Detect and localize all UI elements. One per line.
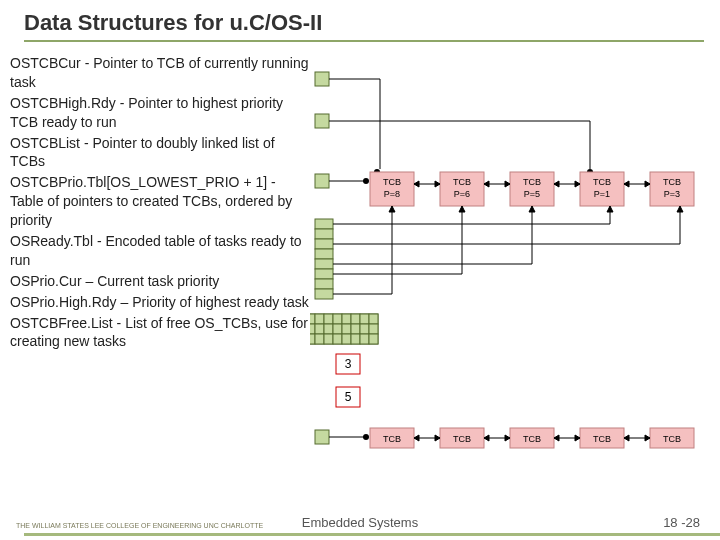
svg-rect-31 xyxy=(315,279,333,289)
tcb-label: TCB xyxy=(523,177,541,187)
svg-rect-47 xyxy=(310,324,315,334)
svg-rect-53 xyxy=(360,324,369,334)
term: OSTCBHigh.Rdy xyxy=(10,95,116,111)
svg-rect-51 xyxy=(342,324,351,334)
svg-point-7 xyxy=(363,178,369,184)
svg-rect-42 xyxy=(333,314,342,324)
svg-marker-81 xyxy=(645,435,650,441)
svg-rect-26 xyxy=(315,229,333,239)
svg-rect-32 xyxy=(315,289,333,299)
svg-rect-48 xyxy=(315,324,324,334)
svg-marker-14 xyxy=(414,181,419,187)
svg-marker-21 xyxy=(575,181,580,187)
svg-marker-18 xyxy=(505,181,510,187)
svg-rect-43 xyxy=(342,314,351,324)
svg-marker-71 xyxy=(414,435,419,441)
ptr-box-freelist xyxy=(315,430,329,444)
term: OSPrio.Cur xyxy=(10,273,82,289)
ptr-box-cur xyxy=(315,72,329,86)
svg-marker-17 xyxy=(484,181,489,187)
tcb-prio: P=5 xyxy=(524,189,540,199)
svg-marker-23 xyxy=(624,181,629,187)
svg-marker-77 xyxy=(554,435,559,441)
footer-bar xyxy=(24,533,720,536)
ptr-box-highrdy xyxy=(315,114,329,128)
svg-rect-41 xyxy=(324,314,333,324)
svg-marker-20 xyxy=(554,181,559,187)
term: OSTCBPrio.Tbl[OS_LOWEST_PRIO + 1] xyxy=(10,174,267,190)
svg-marker-37 xyxy=(389,206,395,212)
tcb-label: TCB xyxy=(383,434,401,444)
page-number: 18 -28 xyxy=(663,515,700,530)
svg-rect-62 xyxy=(369,334,378,344)
svg-rect-58 xyxy=(333,334,342,344)
svg-rect-30 xyxy=(315,269,333,279)
tcb-prio: P=8 xyxy=(384,189,400,199)
svg-marker-15 xyxy=(435,181,440,187)
svg-rect-45 xyxy=(360,314,369,324)
svg-marker-74 xyxy=(484,435,489,441)
svg-rect-27 xyxy=(315,239,333,249)
svg-rect-56 xyxy=(315,334,324,344)
svg-rect-25 xyxy=(315,219,333,229)
prio-table xyxy=(315,219,333,299)
footer-center: Embedded Systems xyxy=(0,515,720,530)
diagram-svg: TCBP=8 TCBP=6 TCBP=5 TCBP=1 TCBP=3 xyxy=(310,54,710,474)
svg-marker-36 xyxy=(459,206,465,212)
svg-marker-75 xyxy=(505,435,510,441)
svg-rect-54 xyxy=(369,324,378,334)
svg-rect-28 xyxy=(315,249,333,259)
tcb-label: TCB xyxy=(593,177,611,187)
svg-rect-39 xyxy=(310,314,315,324)
tcb-label: TCB xyxy=(663,177,681,187)
svg-rect-57 xyxy=(324,334,333,344)
svg-marker-78 xyxy=(575,435,580,441)
svg-rect-29 xyxy=(315,259,333,269)
svg-marker-80 xyxy=(624,435,629,441)
svg-rect-55 xyxy=(310,334,315,344)
svg-rect-52 xyxy=(351,324,360,334)
tcb-label: TCB xyxy=(453,177,471,187)
tcb-label: TCB xyxy=(383,177,401,187)
desc: – Current task priority xyxy=(82,273,220,289)
title-underline xyxy=(24,40,704,42)
term: OSPrio.High.Rdy xyxy=(10,294,117,310)
svg-marker-33 xyxy=(607,206,613,212)
svg-rect-46 xyxy=(369,314,378,324)
svg-rect-44 xyxy=(351,314,360,324)
tcb-label: TCB xyxy=(523,434,541,444)
tcb-row-1: TCBP=8 TCBP=6 TCBP=5 TCBP=1 TCBP=3 xyxy=(370,172,694,206)
tcb-prio: P=1 xyxy=(594,189,610,199)
svg-rect-59 xyxy=(342,334,351,344)
slide-title: Data Structures for u.C/OS-II xyxy=(0,0,720,40)
tcb-label: TCB xyxy=(663,434,681,444)
svg-marker-34 xyxy=(677,206,683,212)
svg-rect-60 xyxy=(351,334,360,344)
svg-rect-40 xyxy=(315,314,324,324)
term: OSTCBFree.List xyxy=(10,315,113,331)
definitions-list: OSTCBCur - Pointer to TCB of currently r… xyxy=(10,54,310,478)
svg-rect-50 xyxy=(333,324,342,334)
tcb-label: TCB xyxy=(593,434,611,444)
ptr-box-list xyxy=(315,174,329,188)
svg-marker-24 xyxy=(645,181,650,187)
prio-arrows xyxy=(333,206,683,294)
svg-point-64 xyxy=(363,434,369,440)
term: OSTCBCur xyxy=(10,55,81,71)
svg-marker-72 xyxy=(435,435,440,441)
term: OSTCBList xyxy=(10,135,80,151)
tcb-prio: P=3 xyxy=(664,189,680,199)
svg-marker-35 xyxy=(529,206,535,212)
ready-table xyxy=(310,314,378,344)
tcb-prio: P=6 xyxy=(454,189,470,199)
tcb-label: TCB xyxy=(453,434,471,444)
priohigh-value: 5 xyxy=(345,390,352,404)
priocur-value: 3 xyxy=(345,357,352,371)
desc: – Priority of highest ready task xyxy=(117,294,309,310)
diagram-area: TCBP=8 TCBP=6 TCBP=5 TCBP=1 TCBP=3 xyxy=(310,54,710,478)
svg-rect-49 xyxy=(324,324,333,334)
svg-rect-61 xyxy=(360,334,369,344)
term: OSReady.Tbl xyxy=(10,233,93,249)
